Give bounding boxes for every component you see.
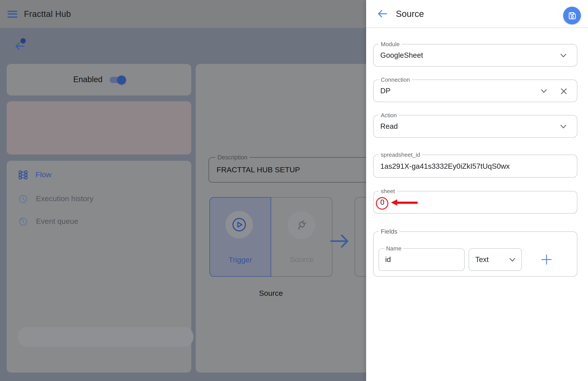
module-select[interactable]: Module GoogleSheet: [373, 44, 577, 67]
source-node-label[interactable]: Source: [271, 255, 332, 264]
source-side-panel: Source Module GoogleSheet Connection D: [366, 0, 588, 381]
history-queue-icon: [18, 217, 28, 226]
flow-group-label: Source: [210, 289, 332, 298]
connection-select[interactable]: Connection DP: [373, 79, 577, 102]
field-name-value: id: [385, 249, 391, 270]
sidebar-item-flow[interactable]: Flow: [19, 171, 51, 179]
annotation-arrow: [391, 199, 418, 206]
flow-schema-icon: [19, 171, 27, 179]
enabled-toggle[interactable]: [110, 77, 125, 83]
chevron-down-icon: [509, 258, 515, 261]
top-app-bar: Fracttal Hub: [0, 0, 366, 28]
add-field-button[interactable]: [536, 249, 556, 269]
panel-back-button[interactable]: [377, 10, 387, 20]
enabled-card: Enabled: [7, 64, 191, 95]
flow-arrow-icon: [330, 233, 350, 251]
spreadsheet-id-field[interactable]: spreadsheet_id 1as291X-ga41s3332Ey0iZkI5…: [373, 155, 577, 178]
module-value: GoogleSheet: [380, 45, 423, 66]
panel-header: Source: [366, 0, 588, 28]
clear-x-icon[interactable]: [561, 88, 567, 94]
action-select[interactable]: Action Read: [373, 115, 577, 138]
fields-group-label: Fields: [378, 228, 400, 235]
plug-icon: [294, 218, 308, 232]
sidebar-item-flow-highlight[interactable]: [18, 327, 193, 347]
menu-icon[interactable]: [8, 10, 17, 18]
chevron-down-icon: [561, 125, 566, 128]
toggle-knob: [117, 75, 126, 84]
field-type-value: Text: [475, 249, 489, 270]
field-type-select[interactable]: Text: [469, 248, 522, 271]
sidebar-item-event-queue[interactable]: Event queue: [18, 217, 78, 226]
sidebar-item-label: Execution history: [36, 195, 93, 203]
panel-title: Source: [396, 9, 424, 19]
connection-value: DP: [380, 80, 391, 102]
spreadsheet-id-value: 1as291X-ga41s3332Ey0iZkI57tUqS0wx: [380, 155, 510, 177]
chevron-down-icon: [541, 89, 547, 92]
annotation-arrow-head: [391, 199, 397, 206]
save-button[interactable]: [563, 7, 581, 24]
action-value: Read: [380, 115, 398, 137]
sidebar-item-execution-history[interactable]: Execution history: [18, 194, 93, 204]
trigger-label: Trigger: [210, 256, 271, 265]
nav-card: [7, 161, 191, 373]
chevron-down-icon: [561, 53, 566, 57]
sidebar-item-label: Event queue: [36, 217, 78, 226]
description-value: FRACTTAL HUB SETUP: [217, 158, 300, 182]
source-icon-circle[interactable]: [288, 211, 315, 239]
flow-node-trigger[interactable]: Trigger: [210, 197, 271, 277]
app-title: Fracttal Hub: [24, 9, 71, 19]
annotation-circle: [376, 197, 388, 210]
annotation-arrow-line: [397, 202, 418, 203]
save-floppy-icon: [567, 11, 577, 20]
fields-group: Fields Name id Text: [373, 231, 577, 277]
clock-icon: [18, 194, 28, 204]
enabled-label: Enabled: [73, 75, 103, 84]
play-circle-icon: [232, 217, 247, 232]
description-field[interactable]: Description FRACTTAL HUB SETUP: [209, 157, 391, 182]
sidebar-item-label: Flow: [36, 171, 51, 179]
required-info-card: ! Required Information Source configurat…: [7, 101, 191, 155]
trigger-icon-circle: [225, 211, 253, 238]
field-name-input[interactable]: Name id: [378, 248, 465, 271]
arrow-left-icon: [377, 10, 387, 18]
plus-icon: [541, 254, 552, 265]
notification-dot: [21, 38, 26, 44]
